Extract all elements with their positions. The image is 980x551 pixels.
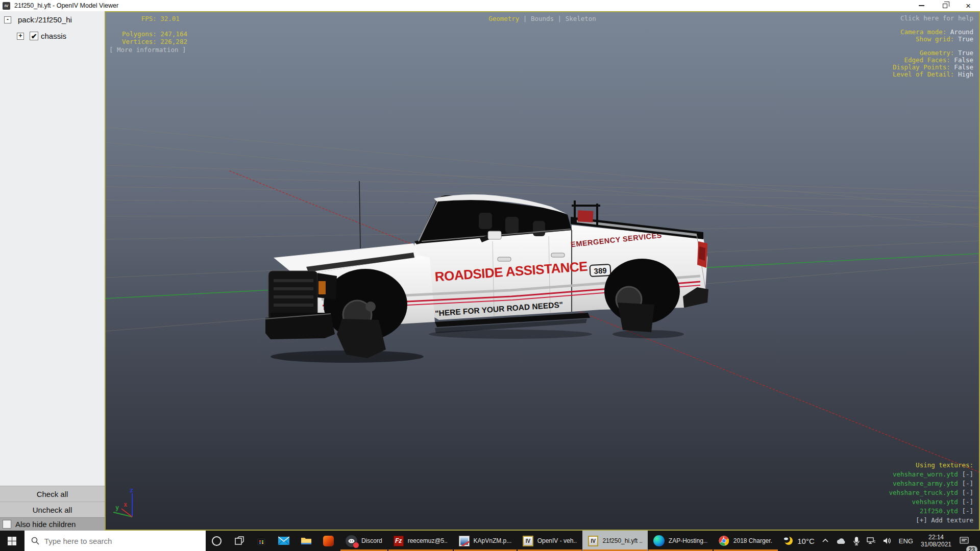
more-information-link[interactable]: [ More information ] [109,46,186,54]
axis-gizmo: z y x [113,487,143,520]
uncheck-all-button[interactable]: Uncheck all [0,502,105,517]
action-center-button[interactable]: 23 [955,531,973,551]
taskbar-app-label: ZAP-Hosting... [669,537,707,544]
onedrive-tray-button[interactable] [832,531,850,551]
temperature-label: 10°C [797,537,815,545]
language-indicator[interactable]: ENG [895,531,917,551]
windows-taskbar: Discord Fz reecemuz@5... KApVnZM.p... IV… [0,531,980,551]
setting-camera-mode: Camera mode: Around [893,29,973,36]
textures-heading: Using textures: [889,461,973,470]
vertices-value: Vertices: 226,282 [122,38,187,45]
model-tree-sidebar: - pack:/21f250_hi + ✔ chassis Check all … [0,11,105,531]
notification-icon [959,536,969,545]
search-input[interactable] [44,537,172,545]
setting-display-points: Display Points: False [893,64,973,71]
start-button[interactable] [0,531,24,551]
polygons-value: Polygons: 247,164 [122,30,187,38]
collapse-icon[interactable]: - [4,16,11,23]
setting-edged-faces: Edged Faces: False [893,57,973,64]
notification-count-badge: 23 [966,546,977,551]
store-button[interactable] [250,531,273,551]
tab-skeleton[interactable]: Skeleton [566,15,596,22]
image-file-icon [459,536,470,546]
check-all-button[interactable]: Check all [0,486,105,502]
close-button[interactable]: × [957,0,980,11]
tab-bounds[interactable]: Bounds [531,15,554,22]
file-explorer-button[interactable] [295,531,317,551]
language-label: ENG [899,537,913,545]
taskbar-app-openiv-model-viewer[interactable]: IV 21f250_hi.yft ... [582,531,648,551]
volume-tray-button[interactable] [879,531,895,551]
texture-name: vehshare_truck.ytd [889,489,958,496]
mail-button[interactable] [273,531,295,551]
texture-remove-button[interactable]: [-] [962,507,973,515]
model-viewport[interactable]: ROADSIDE ASSISTANCE "HERE FOR YOUR ROAD … [105,11,980,531]
clock[interactable]: 22:14 31/08/2021 [917,534,955,548]
taskbar-app-edge[interactable]: ZAP-Hosting... [648,531,713,551]
texture-name: vehshare_army.ytd [893,480,958,487]
office-button[interactable] [317,531,340,551]
viewer-settings-overlay: Click here for help Camera mode: Around … [893,15,973,78]
openiv-icon: IV [523,536,533,546]
openiv-app-icon: IV [3,2,10,10]
network-icon [867,537,876,544]
microphone-tray-button[interactable] [850,531,863,551]
taskbar-app-label: 21f250_hi.yft ... [602,537,642,544]
also-hide-children-checkbox[interactable] [3,520,11,529]
chassis-checkbox[interactable]: ✔ [30,32,38,40]
also-hide-children-label: Also hide children [15,520,76,529]
cortana-button[interactable] [206,531,228,551]
task-view-icon [235,536,244,545]
taskbar-app-image-viewer[interactable]: KApVnZM.p... [453,531,518,551]
taskbar-app-label: Discord [361,537,382,544]
help-link[interactable]: Click here for help [893,15,973,22]
taskbar-app-label: 2018 Charger... [733,537,773,544]
texture-name: vehshare.ytd [912,498,958,506]
weather-widget[interactable]: 10°C [778,531,818,551]
tray-overflow-button[interactable] [818,531,832,551]
add-texture-button[interactable]: [+] Add texture [889,516,973,525]
tree-root-label[interactable]: pack:/21f250_hi [18,15,72,24]
truck-model: ROADSIDE ASSISTANCE "HERE FOR YOUR ROAD … [265,181,715,365]
microphone-icon [853,537,860,545]
search-icon [31,537,39,545]
taskbar-search-box[interactable] [24,531,206,551]
texture-name: vehshare_worn.ytd [893,470,958,478]
taskbar-app-label: KApVnZM.p... [474,537,512,544]
texture-remove-button[interactable]: [-] [962,489,973,496]
moon-weather-icon [782,535,794,547]
taskbar-app-discord[interactable]: Discord [340,531,388,551]
taskbar-app-chrome[interactable]: 2018 Charger... [713,531,778,551]
tab-geometry[interactable]: Geometry [488,15,519,22]
textures-panel: Using textures: vehshare_worn.ytd [-] ve… [889,461,973,525]
minimize-button[interactable] [910,0,933,11]
axis-z-label: z [130,487,133,494]
mail-icon [278,536,289,545]
network-tray-button[interactable] [863,531,879,551]
also-hide-children-row: Also hide children [0,517,105,531]
tree-node-chassis[interactable]: chassis [41,32,66,40]
chrome-icon [719,535,729,546]
setting-level-of-detail: Level of Detail: High [893,71,973,78]
windows-logo-icon [8,537,16,545]
texture-remove-button[interactable]: [-] [962,498,973,506]
texture-remove-button[interactable]: [-] [962,470,973,478]
cloud-icon [836,537,846,544]
tab-separator: | [519,15,531,22]
taskbar-app-label: reecemuz@5... [408,537,448,544]
discord-icon [346,535,357,547]
task-view-button[interactable] [228,531,251,551]
cortana-icon [212,536,222,546]
render-mode-tabs: Geometry | Bounds | Skeleton [488,15,596,22]
taskbar-app-filezilla[interactable]: Fz reecemuz@5... [388,531,453,551]
texture-row: vehshare.ytd [-] [889,497,973,507]
texture-remove-button[interactable]: [-] [962,480,973,487]
expand-icon[interactable]: + [17,33,24,40]
store-icon [256,536,266,546]
title-bar: IV 21f250_hi.yft - OpenIV Model Viewer × [0,0,980,11]
restore-button[interactable] [933,0,957,11]
truck-unit-number: 389 [594,266,607,275]
file-explorer-icon [301,536,312,545]
fps-value: FPS: 32.01 [122,15,180,22]
taskbar-app-openiv[interactable]: IV OpenIV - veh... [517,531,582,551]
